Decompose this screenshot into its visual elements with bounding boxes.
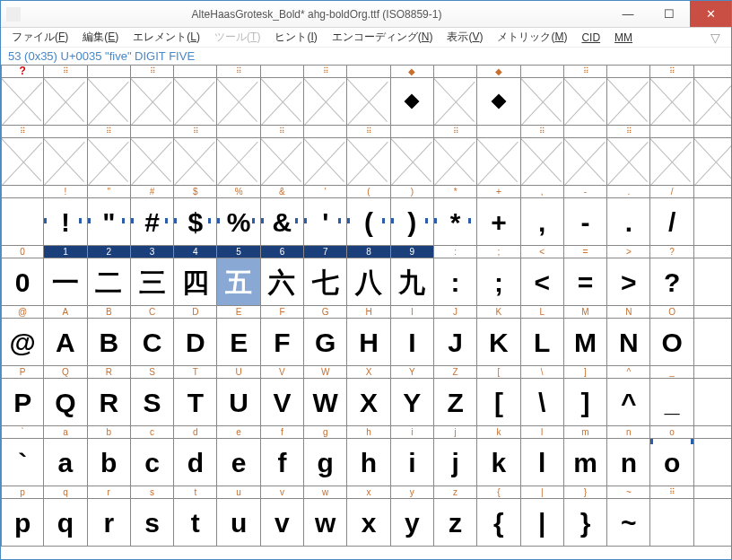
glyph-cell[interactable]: ! xyxy=(44,198,87,246)
glyph-cell[interactable]: j xyxy=(434,439,477,486)
glyph-cell[interactable]: Z xyxy=(434,379,477,426)
glyph-header[interactable]: k xyxy=(477,426,520,439)
glyph-header[interactable]: v xyxy=(261,486,304,499)
glyph-header[interactable]: 0 xyxy=(1,246,44,258)
glyph-cell[interactable] xyxy=(694,499,732,547)
glyph-cell[interactable]: - xyxy=(564,198,607,246)
glyph-header[interactable] xyxy=(607,66,650,78)
glyph-cell[interactable]: F xyxy=(261,319,304,366)
glyph-cell[interactable]: 九 xyxy=(391,258,434,306)
glyph-header[interactable]: Z xyxy=(434,366,477,379)
glyph-cell[interactable]: ~ xyxy=(607,499,650,547)
glyph-cell[interactable] xyxy=(217,78,260,126)
glyph-cell[interactable]: U xyxy=(217,379,260,426)
glyph-cell[interactable]: c xyxy=(131,439,174,486)
glyph-header[interactable]: M xyxy=(564,306,607,319)
glyph-header[interactable]: 1 xyxy=(44,246,87,258)
glyph-header[interactable]: j xyxy=(434,426,477,439)
glyph-header[interactable]: < xyxy=(521,246,564,258)
glyph-header[interactable]: ! xyxy=(44,186,87,198)
glyph-cell[interactable]: 七 xyxy=(304,258,347,306)
glyph-cell[interactable] xyxy=(304,138,347,186)
glyph-cell[interactable]: z xyxy=(434,499,477,547)
glyph-cell[interactable] xyxy=(521,78,564,126)
glyph-header[interactable]: c xyxy=(131,426,174,439)
glyph-header[interactable]: J xyxy=(434,306,477,319)
glyph-header[interactable]: ⠿ xyxy=(650,486,693,499)
glyph-cell[interactable] xyxy=(44,78,87,126)
glyph-header[interactable]: E xyxy=(217,306,260,319)
glyph-header[interactable]: - xyxy=(564,186,607,198)
glyph-header[interactable]: ⠿ xyxy=(174,126,217,138)
glyph-cell[interactable] xyxy=(391,78,434,126)
glyph-header[interactable]: # xyxy=(131,186,174,198)
glyph-header[interactable] xyxy=(261,66,304,78)
glyph-header[interactable]: x xyxy=(347,486,390,499)
glyph-header[interactable]: B xyxy=(88,306,131,319)
glyph-cell[interactable] xyxy=(44,138,87,186)
glyph-cell[interactable]: t xyxy=(174,499,217,547)
glyph-cell[interactable] xyxy=(650,499,693,547)
glyph-header[interactable] xyxy=(174,66,217,78)
glyph-header[interactable]: W xyxy=(304,366,347,379)
glyph-header[interactable]: ⠿ xyxy=(607,126,650,138)
menu-view[interactable]: 表示(V) xyxy=(441,28,488,47)
glyph-cell[interactable]: d xyxy=(174,439,217,486)
glyph-header[interactable]: a xyxy=(44,426,87,439)
glyph-cell[interactable] xyxy=(174,138,217,186)
glyph-cell[interactable]: R xyxy=(88,379,131,426)
glyph-header[interactable]: n xyxy=(607,426,650,439)
glyph-header[interactable]: 8 xyxy=(347,246,390,258)
glyph-cell[interactable] xyxy=(564,138,607,186)
glyph-cell[interactable]: > xyxy=(607,258,650,306)
glyph-header[interactable]: , xyxy=(521,186,564,198)
glyph-header[interactable]: G xyxy=(304,306,347,319)
glyph-header[interactable]: U xyxy=(217,366,260,379)
glyph-header[interactable] xyxy=(694,366,732,379)
glyph-cell[interactable] xyxy=(347,78,390,126)
glyph-header[interactable]: ; xyxy=(477,246,520,258)
glyph-header[interactable] xyxy=(650,126,693,138)
glyph-header[interactable] xyxy=(521,66,564,78)
glyph-cell[interactable]: ` xyxy=(1,439,44,486)
glyph-cell[interactable] xyxy=(174,78,217,126)
glyph-header[interactable]: C xyxy=(131,306,174,319)
glyph-header[interactable]: ⠿ xyxy=(131,66,174,78)
glyph-cell[interactable]: ? xyxy=(650,258,693,306)
glyph-header[interactable]: ⠿ xyxy=(521,126,564,138)
glyph-header[interactable]: m xyxy=(564,426,607,439)
glyph-header[interactable]: q xyxy=(44,486,87,499)
glyph-header[interactable]: ? xyxy=(1,66,44,78)
glyph-header[interactable]: ⠿ xyxy=(434,126,477,138)
glyph-header[interactable]: o xyxy=(650,426,693,439)
glyph-cell[interactable]: { xyxy=(477,499,520,547)
glyph-header[interactable]: ◆ xyxy=(477,66,520,78)
glyph-header[interactable]: L xyxy=(521,306,564,319)
glyph-header[interactable] xyxy=(304,126,347,138)
glyph-cell[interactable]: } xyxy=(564,499,607,547)
glyph-cell[interactable] xyxy=(88,78,131,126)
glyph-header[interactable] xyxy=(694,426,732,439)
glyph-header[interactable]: d xyxy=(174,426,217,439)
glyph-cell[interactable] xyxy=(607,138,650,186)
glyph-cell[interactable] xyxy=(564,78,607,126)
glyph-cell[interactable]: _ xyxy=(650,379,693,426)
glyph-header[interactable] xyxy=(694,126,732,138)
glyph-cell[interactable] xyxy=(131,78,174,126)
glyph-header[interactable]: p xyxy=(1,486,44,499)
glyph-header[interactable]: f xyxy=(261,426,304,439)
glyph-header[interactable] xyxy=(88,66,131,78)
glyph-cell[interactable]: p xyxy=(1,499,44,547)
glyph-cell[interactable]: ( xyxy=(347,198,390,246)
glyph-header[interactable]: [ xyxy=(477,366,520,379)
glyph-cell[interactable]: o xyxy=(650,439,693,486)
glyph-header[interactable]: ⠿ xyxy=(261,126,304,138)
glyph-cell[interactable]: K xyxy=(477,319,520,366)
glyph-cell[interactable] xyxy=(1,78,44,126)
glyph-cell[interactable]: m xyxy=(564,439,607,486)
glyph-cell[interactable]: w xyxy=(304,499,347,547)
glyph-cell[interactable]: " xyxy=(88,198,131,246)
glyph-cell[interactable]: X xyxy=(347,379,390,426)
glyph-header[interactable]: | xyxy=(521,486,564,499)
glyph-header[interactable]: z xyxy=(434,486,477,499)
